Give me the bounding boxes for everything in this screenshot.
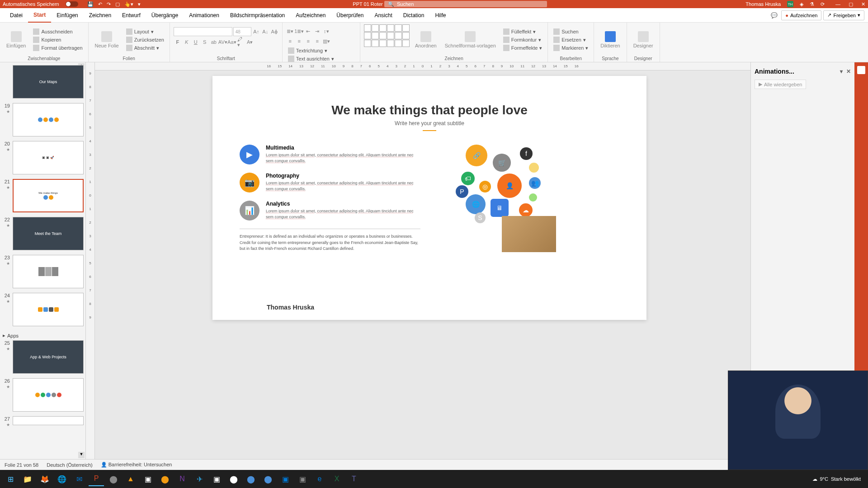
redo-icon[interactable]: ↷ [107, 1, 111, 7]
arrange-button[interactable]: Anordnen [412, 24, 439, 55]
slide-author[interactable]: Thomas Hruska [267, 304, 314, 311]
app3-icon[interactable]: ⬤ [157, 472, 173, 486]
tab-uebergaenge[interactable]: Übergänge [146, 8, 184, 23]
avatar[interactable]: TH [787, 1, 793, 7]
editor-canvas[interactable]: 1615141312111098765432101234567891011121… [95, 62, 750, 459]
flask-icon[interactable]: ⚗ [810, 1, 814, 7]
present-icon[interactable]: ▢ [115, 1, 120, 7]
chrome-icon[interactable]: 🌐 [54, 472, 70, 486]
strike-button[interactable]: S [201, 38, 209, 46]
shadow-button[interactable]: ab [210, 38, 218, 46]
columns-button[interactable]: ▥▾ [322, 37, 330, 45]
font-family-combo[interactable] [174, 27, 232, 36]
weather-widget[interactable]: ☁ 9°C Stark bewölkt [812, 476, 866, 482]
thumb-20[interactable]: 20★▣ ▣ 🚀 [2, 141, 84, 174]
tab-ansicht[interactable]: Ansicht [369, 8, 397, 23]
paste-button[interactable]: Einfügen [4, 24, 28, 55]
grow-font-icon[interactable]: A↑ [252, 28, 260, 36]
app5-icon[interactable]: ⬤ [243, 472, 259, 486]
thumb-21[interactable]: 21★We make things [2, 179, 84, 212]
scroll-down-icon[interactable]: ▼ [78, 452, 85, 458]
onenote-icon[interactable]: N [175, 472, 190, 486]
linespace-button[interactable]: ↕▾ [322, 27, 330, 35]
find-button[interactable]: Suchen [552, 28, 590, 35]
autosave-toggle[interactable]: Automatisches Speichern [3, 1, 82, 7]
new-slide-button[interactable]: Neue Folie [92, 24, 122, 55]
tab-zeichnen[interactable]: Zeichnen [84, 8, 117, 23]
designer-button[interactable]: Designer [631, 24, 656, 55]
thumb-27[interactable]: 27★ [2, 416, 84, 427]
record-button[interactable]: ●Aufzeichnen [781, 10, 821, 20]
telegram-icon[interactable]: ✈ [192, 472, 207, 486]
section-apps[interactable]: ▸ Apps [2, 331, 84, 340]
slide-counter[interactable]: Folie 21 von 58 [5, 462, 38, 468]
maximize-button[interactable]: ▢ [849, 1, 853, 7]
case-button[interactable]: Aa▾ [228, 38, 236, 46]
clear-format-icon[interactable]: Aϕ [270, 28, 278, 36]
feature-photography[interactable]: 📷 PhotographyLorem ipsum dolor sit amet,… [240, 173, 420, 192]
slide-panel[interactable]: ▲ Our Maps 19★ 20★▣ ▣ 🚀 21★We make thing… [0, 62, 86, 459]
app8-icon[interactable]: ▣ [295, 472, 310, 486]
shrink-font-icon[interactable]: A↓ [261, 28, 269, 36]
tab-start[interactable]: Start [28, 8, 51, 23]
spacing-button[interactable]: AV▾ [219, 38, 227, 46]
tab-hilfe[interactable]: Hilfe [429, 8, 451, 23]
highlight-button[interactable]: 🖍▾ [237, 38, 245, 46]
layout-button[interactable]: Layout ▾ [124, 28, 166, 35]
outline-button[interactable]: Formkontur ▾ [501, 36, 544, 43]
tab-dictation[interactable]: Dictation [398, 8, 430, 23]
outlook-icon[interactable]: ✉ [71, 472, 87, 486]
align-text-button[interactable]: Text ausrichten ▾ [286, 55, 356, 62]
tab-entwurf[interactable]: Entwurf [117, 8, 146, 23]
copy-button[interactable]: Kopieren [31, 36, 84, 43]
slide-canvas[interactable]: We make things that people love Write he… [212, 76, 646, 320]
explorer-icon[interactable]: 📁 [20, 472, 35, 486]
numbering-button[interactable]: 1≣▾ [295, 27, 303, 35]
bold-button[interactable]: F [174, 38, 182, 46]
slide-graphic[interactable]: 🔗 🛒 f 🏷 ◎ 👤 👥 P 🌐 🖥 ☁ S t [439, 145, 619, 252]
replace-button[interactable]: Ersetzen ▾ [552, 36, 590, 43]
app6-icon[interactable]: ⬤ [260, 472, 276, 486]
tab-animationen[interactable]: Animationen [184, 8, 225, 23]
align-left-button[interactable]: ≡ [286, 37, 294, 45]
toggle-icon[interactable] [66, 1, 78, 7]
underline-button[interactable]: U [192, 38, 200, 46]
tab-aufzeichnen[interactable]: Aufzeichnen [290, 8, 331, 23]
tab-einfuegen[interactable]: Einfügen [51, 8, 83, 23]
font-color-button[interactable]: A▾ [246, 38, 254, 46]
italic-button[interactable]: K [183, 38, 191, 46]
search-box[interactable]: 🔍 Suchen [384, 1, 547, 7]
app1-icon[interactable]: ⬤ [106, 472, 121, 486]
thumb-23[interactable]: 23★ [2, 255, 84, 288]
teams-icon[interactable]: T [346, 472, 362, 486]
edge-icon[interactable]: e [312, 472, 327, 486]
quickstyles-button[interactable]: Schnellformat-vorlagen [442, 24, 499, 55]
thumb-26[interactable]: 26★ [2, 378, 84, 412]
app2-icon[interactable]: ▣ [140, 472, 156, 486]
obs-icon[interactable]: ⬤ [226, 472, 241, 486]
outdent-button[interactable]: ⇤ [304, 27, 312, 35]
minimize-button[interactable]: — [835, 1, 840, 7]
fill-button[interactable]: Fülleffekt ▾ [501, 28, 544, 35]
tab-ueberpruefen[interactable]: Überprüfen [331, 8, 369, 23]
comments-icon[interactable]: 💬 [769, 10, 779, 20]
qat-more-icon[interactable]: ▾ [138, 1, 141, 7]
chevron-down-icon[interactable]: ▾ [840, 68, 843, 75]
language-indicator[interactable]: Deutsch (Österreich) [47, 462, 92, 468]
text-direction-button[interactable]: Textrichtung ▾ [286, 47, 356, 54]
tab-bildschirm[interactable]: Bildschirmpräsentation [225, 8, 290, 23]
app4-icon[interactable]: ▣ [209, 472, 224, 486]
vlc-icon[interactable]: ▲ [123, 472, 138, 486]
section-button[interactable]: Abschnitt ▾ [124, 44, 166, 52]
sync-icon[interactable]: ⟳ [821, 1, 825, 7]
save-icon[interactable]: 💾 [87, 1, 94, 7]
play-all-button[interactable]: ▶ Alle wiedergeben [755, 80, 806, 89]
align-right-button[interactable]: ≡ [304, 37, 312, 45]
font-size-combo[interactable] [233, 27, 251, 36]
select-button[interactable]: Markieren ▾ [552, 44, 590, 52]
accessibility-check[interactable]: 👤 Barrierefreiheit: Untersuchen [101, 462, 172, 468]
thumb-24[interactable]: 24★ [2, 293, 84, 326]
effects-button[interactable]: Formeffekte ▾ [501, 44, 544, 52]
feature-analytics[interactable]: 📊 AnalyticsLorem ipsum dolor sit amet, c… [240, 201, 420, 221]
share-button[interactable]: ↗Freigeben▾ [823, 10, 864, 20]
